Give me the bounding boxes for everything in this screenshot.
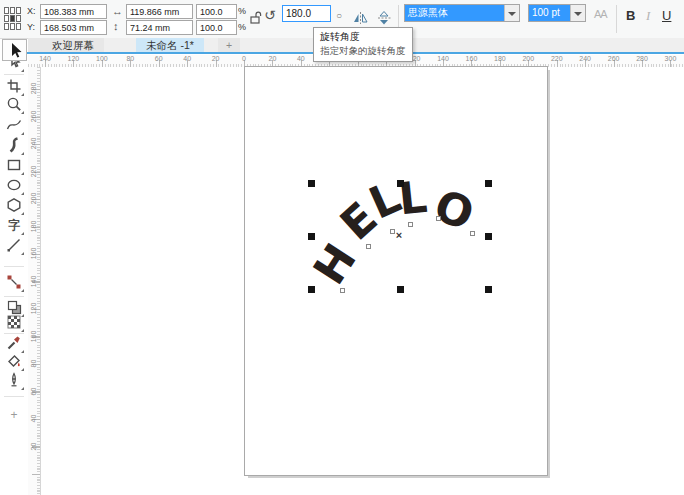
anchor-cell[interactable] [4, 23, 9, 30]
vruler-label: 140 [30, 275, 37, 287]
hruler-label: 100 [96, 55, 108, 62]
vruler-label: 240 [30, 138, 37, 150]
document-page[interactable] [244, 66, 548, 476]
toolbox-divider [4, 266, 24, 267]
hruler-label: 120 [68, 55, 80, 62]
hruler-label: 0 [242, 55, 246, 62]
vertical-ruler[interactable]: 28026024022020018016014012010080604020 [28, 67, 41, 495]
object-height-input[interactable] [126, 20, 193, 35]
hruler-label: 20 [212, 55, 220, 62]
vruler-label: 160 [30, 248, 37, 260]
vruler-label: 260 [30, 110, 37, 122]
rotation-icon: ↺ [264, 10, 276, 21]
tab-welcome-screen[interactable]: 欢迎屏幕 [28, 38, 104, 52]
anchor-cell[interactable] [16, 7, 21, 14]
hruler-label: 60 [155, 55, 163, 62]
hruler-label: 280 [636, 55, 648, 62]
scale-horizontal-input[interactable] [196, 4, 237, 19]
toolbox-divider [4, 333, 24, 334]
hruler-label: 260 [608, 55, 620, 62]
new-document-tab-button[interactable]: + [218, 38, 240, 52]
object-width-input[interactable] [126, 4, 193, 19]
freehand-tool[interactable] [3, 114, 25, 136]
vruler-label: 180 [30, 220, 37, 232]
font-family-dropdown-arrow[interactable] [504, 5, 519, 21]
toolbox-divider [4, 74, 24, 75]
vruler-label: 40 [30, 413, 37, 425]
bold-button[interactable]: B [626, 8, 635, 23]
hruler-label: 40 [297, 55, 305, 62]
italic-button[interactable]: I [646, 8, 650, 24]
vruler-label: 80 [30, 358, 37, 370]
rectangle-tool[interactable] [3, 154, 25, 176]
vruler-label: 20 [30, 440, 37, 452]
vruler-label: 280 [30, 83, 37, 95]
font-size-dropdown-arrow[interactable] [570, 5, 585, 21]
underline-button[interactable]: U [662, 8, 671, 23]
line-tool[interactable] [3, 234, 25, 256]
anchor-cell[interactable] [4, 7, 9, 14]
toolbox: 字+ [0, 54, 28, 495]
add-tool-glyph: + [10, 408, 17, 422]
vruler-label: 60 [30, 385, 37, 397]
anchor-cell[interactable] [16, 15, 21, 22]
font-size-combo[interactable]: 100 pt [528, 4, 586, 22]
hruler-label: 40 [183, 55, 191, 62]
font-family-combo[interactable]: 思源黑体 [404, 4, 520, 22]
scale-vertical-input[interactable] [196, 20, 237, 35]
percent-v-label: % [238, 22, 246, 32]
pick-tool[interactable] [2, 39, 27, 61]
zoom-tool[interactable] [3, 93, 25, 115]
toolbox-divider [4, 296, 24, 297]
vruler-label: 220 [30, 165, 37, 177]
tooltip-description: 指定对象的旋转角度 [320, 45, 406, 58]
polygon-tool[interactable] [3, 194, 25, 216]
ellipse-tool[interactable] [3, 174, 25, 196]
x-label: X: [27, 6, 36, 16]
hruler-label: 180 [494, 55, 506, 62]
hruler-label: 240 [579, 55, 591, 62]
hruler-label: 140 [39, 55, 51, 62]
vruler-label: 200 [30, 193, 37, 205]
lock-ratio-icon[interactable] [249, 10, 262, 30]
artistic-media-tool[interactable] [3, 134, 25, 156]
anchor-cell[interactable] [10, 15, 15, 22]
text-tool[interactable]: 字 [3, 214, 25, 236]
percent-h-label: % [238, 6, 246, 16]
anchor-cell[interactable] [16, 23, 21, 30]
hruler-label: 80 [126, 55, 134, 62]
anchor-cell[interactable] [4, 15, 9, 22]
font-size-value: 100 pt [529, 5, 570, 21]
vruler-label: 100 [30, 330, 37, 342]
hruler-label: 20 [269, 55, 277, 62]
object-position-anchor-grid[interactable] [4, 7, 21, 30]
connector-tool[interactable] [3, 271, 25, 293]
tab-untitled-document[interactable]: 未命名 -1* [136, 38, 204, 52]
hruler-label: 160 [466, 55, 478, 62]
character-formatting-icon[interactable]: AA [594, 8, 607, 20]
vruler-label: 120 [30, 303, 37, 315]
y-label: Y: [27, 22, 35, 32]
add-tool[interactable]: + [3, 404, 25, 426]
text-tool-glyph: 字 [8, 217, 20, 234]
object-width-icon: ↔ [112, 6, 123, 17]
hruler-label: 200 [522, 55, 534, 62]
outline-pen-tool[interactable] [3, 369, 25, 391]
y-position-input[interactable] [40, 20, 107, 35]
tooltip-title: 旋转角度 [320, 30, 406, 44]
rotation-angle-tooltip: 旋转角度 指定对象的旋转角度 [313, 27, 413, 62]
rotation-angle-input[interactable] [282, 5, 331, 22]
font-family-value: 思源黑体 [405, 5, 504, 21]
hruler-label: 220 [551, 55, 563, 62]
anchor-cell[interactable] [10, 7, 15, 14]
object-height-icon: ↕ [113, 21, 119, 32]
hruler-label: 300 [665, 55, 677, 62]
toolbox-divider [4, 396, 24, 397]
hruler-label: 140 [437, 55, 449, 62]
anchor-cell[interactable] [10, 23, 15, 30]
toolbar-separator [616, 5, 617, 33]
degree-circle-icon: ○ [336, 10, 342, 21]
x-position-input[interactable] [40, 4, 107, 19]
transparency-tool[interactable] [3, 311, 25, 333]
